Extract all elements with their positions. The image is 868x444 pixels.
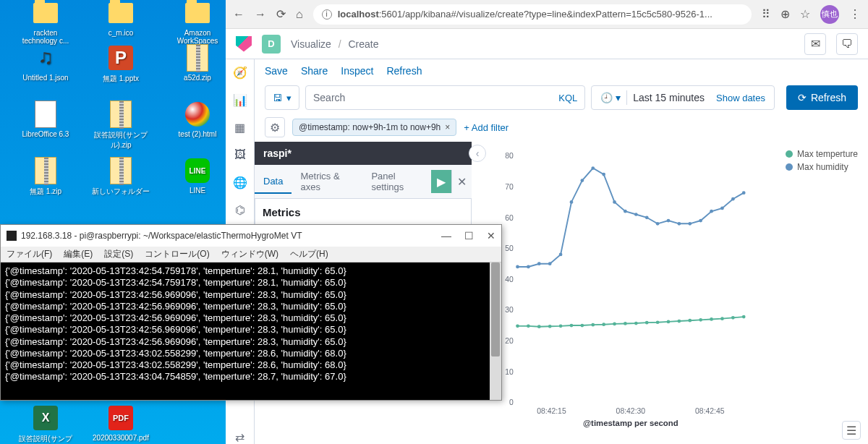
time-picker[interactable]: 🕘 ▾ Last 15 minutes Show dates [591,85,775,110]
tab-metrics-axes[interactable]: Metrics & axes [292,165,362,198]
rail-dashboard-icon[interactable]: ▦ [233,120,247,135]
svg-point-37 [581,179,584,182]
filter-pill[interactable]: @timestamp: now+9h-1m to now+9h × [292,119,456,136]
svg-point-14 [570,324,574,328]
kibana-logo-icon[interactable] [236,36,252,52]
desktop-icon[interactable]: LINELINE [165,158,230,195]
svg-point-27 [710,317,713,321]
svg-point-20 [634,322,638,325]
forward-icon[interactable]: → [255,8,266,21]
terminal-body[interactable]: {'@timestamp': '2020-05-13T23:42:54.7591… [1,262,501,400]
desktop-icon[interactable]: LibreOffice 6.3 [13,101,78,138]
rail-collapse-icon[interactable]: ⇄ [233,430,247,444]
url-input[interactable]: i localhost:5601/app/kibana#/visualize/c… [313,4,752,25]
terminal-window: 192.168.3.18 - pi@raspberrypi: ~/Workspa… [0,224,502,401]
svg-point-40 [613,200,616,204]
svg-text:60: 60 [505,214,514,222]
reload-icon[interactable]: ⟳ [276,7,286,21]
space-selector[interactable]: D [262,35,281,54]
desktop-icon[interactable]: rackten technology c... [13,0,78,45]
breadcrumb-create: Create [348,38,378,50]
apply-button[interactable]: ▶ [431,170,451,193]
desktop-icon[interactable]: PDF20200330007.pdf [88,405,153,442]
svg-point-43 [645,215,649,219]
tab-panel-settings[interactable]: Panel settings [362,165,431,198]
chart-panel: ‹ Max temperture Max humidity 0102030405… [472,142,868,444]
svg-text:08:42:45: 08:42:45 [695,407,725,415]
show-dates-link[interactable]: Show dates [716,93,765,103]
terminal-titlebar[interactable]: 192.168.3.18 - pi@raspberrypi: ~/Workspa… [1,225,501,247]
legend-item[interactable]: Max humidity [786,162,858,172]
desktop-icon[interactable]: 無題 1.zip [13,158,78,197]
scrollbar[interactable] [490,262,501,400]
legend-item[interactable]: Max temperture [786,149,858,159]
legend-toggle-icon[interactable]: ☰ [842,421,861,440]
rail-visualize-icon[interactable]: 📊 [233,93,247,107]
feedback-icon[interactable]: ✉ [804,33,826,55]
save-button[interactable]: Save [265,65,288,77]
svg-text:@timestamp per second: @timestamp per second [583,419,678,427]
refresh-link[interactable]: Refresh [386,65,422,77]
inspect-button[interactable]: Inspect [341,65,373,77]
add-filter-button[interactable]: + Add filter [464,122,509,133]
avatar[interactable]: 慎也 [820,5,839,24]
rail-canvas-icon[interactable]: 🖼 [233,148,247,162]
terminal-menu-item[interactable]: 設定(S) [104,248,133,260]
rail-maps-icon[interactable]: 🌐 [233,175,247,189]
filter-menu-button[interactable]: ⚙ [265,117,285,137]
desktop-icon[interactable]: ♫Untitled 1.json [13,45,78,82]
back-icon[interactable]: ← [233,8,244,21]
close-button[interactable]: ✕ [487,230,495,242]
desktop-icon[interactable]: 誤答説明(サンプル).zip [88,101,153,150]
svg-point-12 [548,325,552,328]
terminal-menu-item[interactable]: ウィンドウ(W) [221,248,278,260]
refresh-button[interactable]: ⟳ Refresh [786,85,858,110]
desktop-icon[interactable]: c_m.ico [88,0,153,37]
breadcrumb: Visualize / Create [291,38,378,50]
rail-discover-icon[interactable]: 🧭 [233,65,247,80]
bookmark-icon[interactable]: ☆ [800,7,810,21]
desktop-icon[interactable]: P無題 1.pptx [88,45,153,84]
terminal-menu-item[interactable]: ヘルプ(H) [290,248,328,260]
saved-query-button[interactable]: 🖫 ▾ [265,85,299,110]
newsfeed-icon[interactable]: 🗨 [836,33,858,55]
desktop-icon[interactable]: 新しいフォルダー [88,158,153,197]
desktop-icon[interactable]: X誤答説明(サンプル)... [13,405,78,444]
svg-point-50 [720,207,724,210]
index-pattern-title[interactable]: raspi* [255,142,472,165]
desktop-icon[interactable]: a52d.zip [165,45,230,82]
scrollbar-thumb[interactable] [491,262,500,357]
svg-point-25 [688,319,692,323]
share-button[interactable]: Share [301,65,328,77]
tab-data[interactable]: Data [255,170,292,194]
terminal-menu-item[interactable]: ファイル(F) [7,248,52,260]
translate-icon[interactable]: ⠿ [762,7,770,21]
minimize-button[interactable]: — [441,230,451,242]
svg-point-10 [527,324,530,328]
rail-ml-icon[interactable]: ⌬ [233,202,247,217]
zoom-icon[interactable]: ⊕ [780,7,790,21]
clock-icon: 🕘 ▾ [600,92,621,103]
maximize-button[interactable]: ☐ [464,230,474,242]
kql-toggle[interactable]: KQL [558,93,577,103]
menu-icon[interactable]: ⋮ [849,7,861,21]
url-host: localhost [338,9,379,20]
desktop-icon[interactable]: test (2).html [165,101,230,138]
svg-point-17 [602,323,605,326]
home-icon[interactable]: ⌂ [296,8,303,21]
collapse-panel-icon[interactable]: ‹ [469,145,486,162]
breadcrumb-visualize[interactable]: Visualize [291,38,331,50]
terminal-title: 192.168.3.18 - pi@raspberrypi: ~/Workspa… [21,231,302,241]
terminal-menu-item[interactable]: コントロール(O) [145,248,209,260]
svg-point-21 [645,321,649,325]
discard-button[interactable]: ✕ [451,170,472,193]
line-chart: 0102030405060708008:42:1508:42:3008:42:4… [476,149,861,437]
svg-point-11 [537,325,541,328]
site-info-icon[interactable]: i [322,9,332,20]
search-input[interactable]: Search KQL [305,85,585,110]
terminal-menu-item[interactable]: 編集(E) [64,248,93,260]
kibana-header: D Visualize / Create ✉ 🗨 [226,29,868,59]
desktop-icon[interactable]: Amazon WorkSpaces [165,0,230,45]
svg-point-51 [731,197,735,201]
filter-remove-icon[interactable]: × [445,122,450,132]
